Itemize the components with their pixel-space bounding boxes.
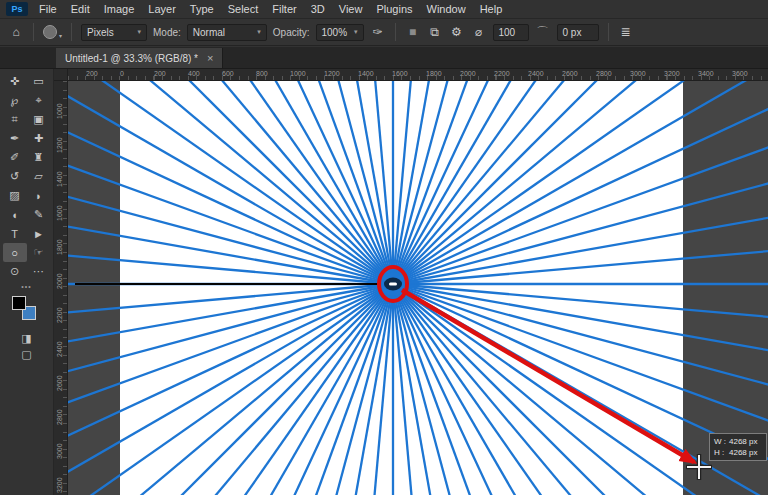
mode-label: Mode:: [153, 27, 181, 38]
ruler-corner[interactable]: [54, 69, 68, 81]
zoom-tool[interactable]: ⊙: [3, 262, 27, 281]
home-icon[interactable]: ⌂: [8, 25, 24, 39]
corner-radius-value: 0 px: [563, 27, 582, 38]
canvas-viewport[interactable]: W : 4268 px H : 4268 px: [68, 81, 768, 495]
ruler-left-label: 1200: [56, 137, 63, 153]
separator: [71, 23, 72, 41]
menu-bar: Ps FileEditImageLayerTypeSelectFilter3DV…: [0, 0, 768, 19]
ruler-top-label: 600: [222, 70, 234, 77]
menu-item-image[interactable]: Image: [97, 3, 142, 15]
ruler-left-label: 1600: [56, 205, 63, 221]
dodge-tool[interactable]: ◖: [3, 205, 27, 224]
ruler-top-label: 2200: [494, 70, 510, 77]
ray-line: [68, 81, 393, 284]
ruler-left-label: 1800: [56, 239, 63, 255]
brush-tool[interactable]: ✐: [3, 148, 27, 167]
blur-tool[interactable]: ◗: [27, 186, 51, 205]
eyedropper-tool[interactable]: ✒: [3, 129, 27, 148]
marquee-tool[interactable]: ▭: [27, 72, 51, 91]
ruler-top-label: 1000: [290, 70, 306, 77]
tooltip-width-value: 4268 px: [729, 436, 757, 447]
diameter-input[interactable]: 100: [493, 24, 529, 41]
frame-tool[interactable]: ▣: [27, 110, 51, 129]
ruler-top-label: 3200: [664, 70, 680, 77]
ruler-top-label: 1200: [324, 70, 340, 77]
blend-mode-value: Normal: [193, 27, 225, 38]
crop-tool[interactable]: ⌗: [3, 110, 27, 129]
size-tooltip: W : 4268 px H : 4268 px: [709, 433, 767, 461]
gradient-tool[interactable]: ▨: [3, 186, 27, 205]
lasso-tool[interactable]: ℘: [3, 91, 27, 110]
eraser-tool[interactable]: ▱: [27, 167, 51, 186]
menu-item-layer[interactable]: Layer: [141, 3, 183, 15]
menu-item-edit[interactable]: Edit: [64, 3, 97, 15]
separator: [395, 23, 396, 41]
horizontal-ruler[interactable]: 2000200400600800100012001400160018002000…: [68, 69, 768, 81]
ray-line: [393, 81, 768, 284]
menu-items: FileEditImageLayerTypeSelectFilter3DView…: [32, 3, 509, 15]
ray-line: [68, 211, 393, 284]
ruler-left-label: 3000: [56, 443, 63, 459]
ruler-top-label: 1400: [358, 70, 374, 77]
blend-mode-select[interactable]: Normal ▾: [187, 24, 267, 41]
vertical-ruler[interactable]: 1000120014001600180020002200240026002800…: [54, 81, 68, 495]
pressure-icon[interactable]: ✑: [370, 25, 386, 39]
corner-radius-input[interactable]: 0 px: [557, 24, 599, 41]
ruler-top-label: 0: [120, 70, 124, 77]
photoshop-logo-icon[interactable]: Ps: [6, 2, 28, 16]
healing-brush-tool[interactable]: ✚: [27, 129, 51, 148]
ruler-top-label: 400: [188, 70, 200, 77]
separator: [608, 23, 609, 41]
menu-item-select[interactable]: Select: [221, 3, 266, 15]
menu-item-view[interactable]: View: [332, 3, 370, 15]
ray-line: [393, 81, 768, 284]
menu-item-plugins[interactable]: Plugins: [369, 3, 419, 15]
quick-selection-tool[interactable]: ⌖: [27, 91, 51, 110]
clone-stamp-tool[interactable]: ♜: [27, 148, 51, 167]
ruler-top-label: 800: [256, 70, 268, 77]
history-brush-tool[interactable]: ↺: [3, 167, 27, 186]
ruler-top-label: 3000: [630, 70, 646, 77]
ruler-top-label: 3600: [732, 70, 748, 77]
tooltip-width-label: W :: [714, 436, 725, 447]
close-icon[interactable]: ×: [207, 52, 213, 64]
menu-item-3d[interactable]: 3D: [304, 3, 332, 15]
toolbar-more-dots: •••: [0, 281, 53, 292]
menu-item-window[interactable]: Window: [420, 3, 473, 15]
ray-line: [393, 81, 768, 284]
separator: [33, 23, 34, 41]
diameter-value: 100: [499, 27, 516, 38]
fill-square-icon[interactable]: ■: [405, 25, 421, 39]
pen-tool[interactable]: ✎: [27, 205, 51, 224]
quick-mask-icon[interactable]: ◨: [0, 330, 53, 346]
ray-line: [393, 81, 768, 284]
path-selection-tool[interactable]: ►: [27, 224, 51, 243]
hand-tool[interactable]: ☞: [27, 243, 51, 262]
path-operations-icon[interactable]: ⧉: [427, 25, 443, 39]
tool-preset-picker[interactable]: ▾: [43, 25, 62, 39]
document-tab[interactable]: Untitled-1 @ 33.3% (RGB/8) * ×: [56, 48, 223, 68]
menu-item-filter[interactable]: Filter: [265, 3, 303, 15]
opacity-select[interactable]: 100% ▾: [316, 24, 364, 41]
ellipse-tool[interactable]: ○: [3, 243, 27, 262]
menu-item-file[interactable]: File: [32, 3, 64, 15]
opacity-label: Opacity:: [273, 27, 310, 38]
ruler-left-label: 1400: [56, 171, 63, 187]
chevron-down-icon: ▾: [138, 28, 142, 36]
starburst-artwork[interactable]: [68, 81, 768, 495]
ray-line: [106, 284, 393, 495]
screen-mode-icon[interactable]: ▢: [0, 346, 53, 362]
move-tool[interactable]: ✜: [3, 72, 27, 91]
foreground-color-swatch[interactable]: [12, 296, 26, 310]
tooltip-height-label: H :: [714, 447, 725, 458]
align-icon[interactable]: ≣: [618, 25, 634, 39]
edit-toolbar[interactable]: ⋯: [27, 262, 51, 281]
ray-line: [393, 81, 768, 284]
tool-mode-select[interactable]: Pixels ▾: [81, 24, 147, 41]
menu-item-help[interactable]: Help: [473, 3, 510, 15]
ray-line: [393, 284, 768, 430]
type-tool[interactable]: T: [3, 224, 27, 243]
gear-icon[interactable]: ⚙: [449, 25, 465, 39]
menu-item-type[interactable]: Type: [183, 3, 221, 15]
ruler-left-label: 2000: [56, 273, 63, 289]
